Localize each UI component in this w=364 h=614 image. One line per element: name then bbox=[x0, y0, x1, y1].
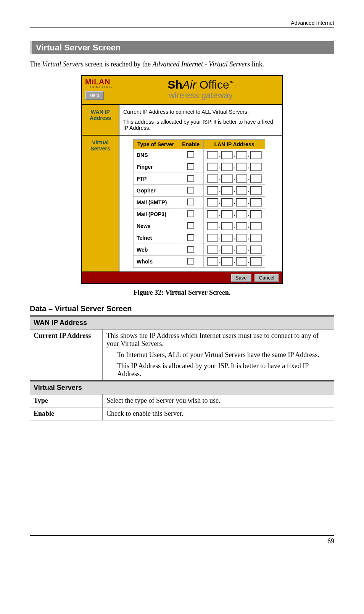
intro-p3: screen is reached by the bbox=[84, 60, 153, 68]
ip-dot: . bbox=[233, 246, 236, 252]
ip-octet-input[interactable] bbox=[250, 210, 262, 218]
ip-octet-input[interactable] bbox=[207, 222, 218, 230]
server-enable-cell bbox=[178, 220, 204, 232]
ip-octet-input[interactable] bbox=[207, 234, 218, 242]
ip-dot: . bbox=[218, 258, 221, 264]
ip-octet-input[interactable] bbox=[236, 234, 247, 242]
servers-table: Type of Server Enable LAN IP Address DNS… bbox=[133, 139, 265, 268]
ip-octet-input[interactable] bbox=[236, 210, 247, 218]
data-section-heading: Data – Virtual Server Screen bbox=[30, 304, 334, 313]
ip-octet-input[interactable] bbox=[236, 246, 247, 254]
intro-p5: link. bbox=[250, 60, 264, 68]
ip-octet-input[interactable] bbox=[250, 246, 262, 254]
ip-octet-input[interactable] bbox=[221, 234, 233, 242]
ip-dot: . bbox=[218, 199, 221, 205]
ip-octet-input[interactable] bbox=[207, 175, 218, 183]
ip-dot: . bbox=[218, 223, 221, 229]
enable-checkbox[interactable] bbox=[187, 258, 194, 265]
help-button[interactable]: Help bbox=[85, 91, 104, 100]
ip-octet-input[interactable] bbox=[250, 163, 262, 171]
server-ip-cell: ... bbox=[204, 149, 265, 161]
ip-octet-input[interactable] bbox=[250, 186, 262, 195]
ip-octet-input[interactable] bbox=[221, 151, 233, 159]
virtual-servers-content: Type of Server Enable LAN IP Address DNS… bbox=[119, 136, 282, 271]
ip-dot: . bbox=[233, 152, 236, 158]
enable-checkbox[interactable] bbox=[187, 246, 194, 253]
ip-octet-input[interactable] bbox=[236, 186, 247, 195]
ip-octet-input[interactable] bbox=[250, 198, 262, 207]
ip-octet-input[interactable] bbox=[236, 222, 247, 230]
data-label-enable: Enable bbox=[30, 407, 103, 420]
ip-octet-input[interactable] bbox=[250, 151, 262, 159]
data-vs-header-row: Virtual Servers bbox=[30, 381, 334, 394]
ip-octet-input[interactable] bbox=[207, 198, 218, 207]
ip-octet-input[interactable] bbox=[207, 163, 218, 171]
ip-dot: . bbox=[218, 234, 221, 241]
data-table: WAN IP Address Current IP Address This s… bbox=[30, 315, 334, 420]
ip-dot: . bbox=[247, 258, 250, 264]
wan-ip-content: Current IP Address to connect to ALL Vir… bbox=[119, 105, 282, 135]
server-enable-cell bbox=[178, 185, 204, 197]
ip-octet-input[interactable] bbox=[207, 257, 218, 266]
ip-octet-input[interactable] bbox=[207, 151, 218, 159]
enable-checkbox[interactable] bbox=[187, 234, 194, 241]
app-subtitle: wireless gateway bbox=[169, 90, 233, 100]
server-type-cell: Telnet bbox=[134, 232, 178, 244]
app-title-italic: Air bbox=[182, 78, 196, 91]
ip-octet-input[interactable] bbox=[221, 175, 233, 183]
ip-octet-input[interactable] bbox=[250, 257, 262, 266]
page-number: 69 bbox=[30, 537, 334, 545]
data-wan-header: WAN IP Address bbox=[30, 316, 334, 330]
ip-octet-input[interactable] bbox=[236, 175, 247, 183]
ip-octet-input[interactable] bbox=[221, 257, 233, 266]
save-button[interactable]: Save bbox=[231, 274, 251, 282]
ip-octet-input[interactable] bbox=[207, 246, 218, 254]
table-row: Finger... bbox=[134, 161, 265, 173]
ip-octet-input[interactable] bbox=[236, 198, 247, 207]
ip-octet-input[interactable] bbox=[250, 222, 262, 230]
intro-p4: Advanced Internet - Virtual Servers bbox=[153, 60, 250, 68]
ip-octet-input[interactable] bbox=[221, 210, 233, 218]
brand-subtext: TECHNOLOGY bbox=[85, 85, 117, 89]
enable-checkbox[interactable] bbox=[187, 210, 194, 217]
enable-checkbox[interactable] bbox=[187, 199, 194, 205]
ip-octet-input[interactable] bbox=[207, 210, 218, 218]
current-ip-main: This shows the IP Address which Internet… bbox=[106, 332, 330, 348]
ip-dot: . bbox=[247, 246, 250, 252]
ip-dot: . bbox=[233, 223, 236, 229]
app-title-rest: Office bbox=[196, 78, 229, 91]
ip-dot: . bbox=[218, 163, 221, 170]
enable-checkbox[interactable] bbox=[187, 175, 194, 182]
table-row: Telnet... bbox=[134, 232, 265, 244]
ip-octet-input[interactable] bbox=[221, 198, 233, 207]
ip-octet-input[interactable] bbox=[221, 186, 233, 195]
ip-octet-input[interactable] bbox=[236, 257, 247, 266]
cancel-button[interactable]: Cancel bbox=[254, 274, 279, 282]
server-ip-cell: ... bbox=[204, 220, 265, 232]
data-wan-header-row: WAN IP Address bbox=[30, 316, 334, 330]
virtual-servers-panel: Virtual Servers Type of Server Enable LA… bbox=[82, 135, 282, 271]
ip-octet-input[interactable] bbox=[221, 163, 233, 171]
virtual-servers-side-label: Virtual Servers bbox=[82, 136, 119, 271]
section-title: Virtual Server Screen bbox=[30, 41, 334, 54]
table-row: News... bbox=[134, 220, 265, 232]
wan-ip-line2: This address is allocated by your ISP. I… bbox=[123, 119, 278, 131]
ip-octet-input[interactable] bbox=[250, 234, 262, 242]
app-title-column: ShAir Office™ wireless gateway bbox=[119, 76, 282, 104]
ip-octet-input[interactable] bbox=[207, 186, 218, 195]
ip-dot: . bbox=[218, 175, 221, 181]
ip-octet-input[interactable] bbox=[236, 151, 247, 159]
col-type-header: Type of Server bbox=[134, 140, 178, 149]
header-rule bbox=[30, 27, 334, 28]
server-type-cell: DNS bbox=[134, 149, 178, 161]
enable-checkbox[interactable] bbox=[187, 222, 194, 229]
ip-octet-input[interactable] bbox=[236, 163, 247, 171]
server-type-cell: Mail (POP3) bbox=[134, 208, 178, 220]
server-ip-cell: ... bbox=[204, 208, 265, 220]
enable-checkbox[interactable] bbox=[187, 187, 194, 194]
enable-checkbox[interactable] bbox=[187, 163, 194, 170]
ip-octet-input[interactable] bbox=[221, 246, 233, 254]
enable-checkbox[interactable] bbox=[187, 151, 194, 158]
ip-octet-input[interactable] bbox=[221, 222, 233, 230]
ip-octet-input[interactable] bbox=[250, 175, 262, 183]
